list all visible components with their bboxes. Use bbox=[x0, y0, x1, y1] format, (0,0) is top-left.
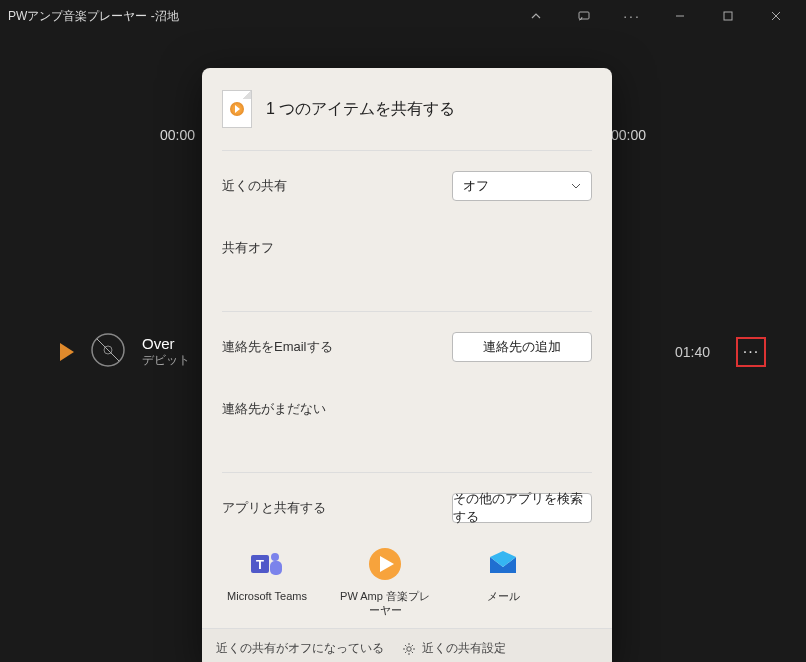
footer-nearby-settings[interactable]: 近くの共有設定 bbox=[402, 640, 506, 657]
no-contacts: 連絡先がまだない bbox=[222, 370, 592, 458]
more-icon[interactable]: ··· bbox=[610, 0, 654, 32]
share-app-mail[interactable]: メール bbox=[458, 545, 548, 618]
titlebar: PWアンプ音楽プレーヤー -沼地 ··· bbox=[0, 0, 806, 32]
svg-point-13 bbox=[407, 646, 411, 650]
svg-text:T: T bbox=[256, 557, 264, 572]
time-total: 00:00 bbox=[611, 127, 646, 143]
app-label: PW Amp 音楽プレーヤー bbox=[340, 589, 430, 618]
chevron-up-icon[interactable] bbox=[514, 0, 558, 32]
track-more-button[interactable]: ··· bbox=[736, 337, 766, 367]
disc-icon bbox=[90, 332, 126, 372]
share-header: 1 つのアイテムを共有する bbox=[202, 68, 612, 146]
footer-nearby-off[interactable]: 近くの共有がオフになっている bbox=[216, 640, 384, 657]
share-body: 近くの共有 オフ 共有オフ 連絡先をEmailする 連絡先の追加 連絡先がまだな… bbox=[202, 146, 612, 628]
teams-icon: T bbox=[248, 545, 286, 583]
main-area: 00:00 00:00 Over デビット 01:40 ··· 1 つのアイテム… bbox=[0, 32, 806, 662]
svg-rect-11 bbox=[270, 561, 282, 575]
nearby-label: 近くの共有 bbox=[222, 177, 287, 195]
track-artist: デビット bbox=[142, 352, 190, 369]
mail-icon bbox=[484, 545, 522, 583]
svg-line-7 bbox=[97, 339, 119, 361]
svg-rect-0 bbox=[579, 12, 589, 19]
svg-rect-2 bbox=[724, 12, 732, 20]
share-app-teams[interactable]: T Microsoft Teams bbox=[222, 545, 312, 618]
minimize-button[interactable] bbox=[658, 0, 702, 32]
svg-point-10 bbox=[271, 553, 279, 561]
nearby-value: オフ bbox=[463, 177, 489, 195]
file-icon bbox=[222, 90, 252, 128]
track-duration: 01:40 bbox=[675, 344, 710, 360]
gear-icon bbox=[402, 642, 416, 656]
titlebar-controls: ··· bbox=[514, 0, 798, 32]
track-info: Over デビット bbox=[142, 335, 190, 369]
share-title: 1 つのアイテムを共有する bbox=[266, 99, 455, 120]
pwamp-icon bbox=[366, 545, 404, 583]
chevron-down-icon bbox=[571, 181, 581, 191]
share-dialog: 1 つのアイテムを共有する 近くの共有 オフ 共有オフ 連絡先をEmailする … bbox=[202, 68, 612, 662]
nearby-section: 近くの共有 オフ 共有オフ bbox=[222, 155, 592, 307]
apps-section: アプリと共有する その他のアプリを検索する T Microsoft Teams bbox=[222, 477, 592, 628]
find-more-apps-button[interactable]: その他のアプリを検索する bbox=[452, 493, 592, 523]
email-section: 連絡先をEmailする 連絡先の追加 連絡先がまだない bbox=[222, 316, 592, 468]
share-app-pwamp[interactable]: PW Amp 音楽プレーヤー bbox=[340, 545, 430, 618]
email-label: 連絡先をEmailする bbox=[222, 338, 333, 356]
nearby-dropdown[interactable]: オフ bbox=[452, 171, 592, 201]
maximize-button[interactable] bbox=[706, 0, 750, 32]
app-label: メール bbox=[487, 589, 520, 603]
share-apps-row: T Microsoft Teams PW Amp 音楽プレーヤー bbox=[222, 531, 592, 628]
share-footer: 近くの共有がオフになっている 近くの共有設定 bbox=[202, 628, 612, 662]
window-title: PWアンプ音楽プレーヤー -沼地 bbox=[8, 8, 514, 25]
app-label: Microsoft Teams bbox=[227, 589, 307, 603]
play-icon[interactable] bbox=[60, 343, 74, 361]
apps-label: アプリと共有する bbox=[222, 499, 326, 517]
nearby-status: 共有オフ bbox=[222, 209, 592, 297]
add-contact-button[interactable]: 連絡先の追加 bbox=[452, 332, 592, 362]
cast-icon[interactable] bbox=[562, 0, 606, 32]
track-title: Over bbox=[142, 335, 190, 352]
time-elapsed: 00:00 bbox=[160, 127, 195, 143]
close-button[interactable] bbox=[754, 0, 798, 32]
